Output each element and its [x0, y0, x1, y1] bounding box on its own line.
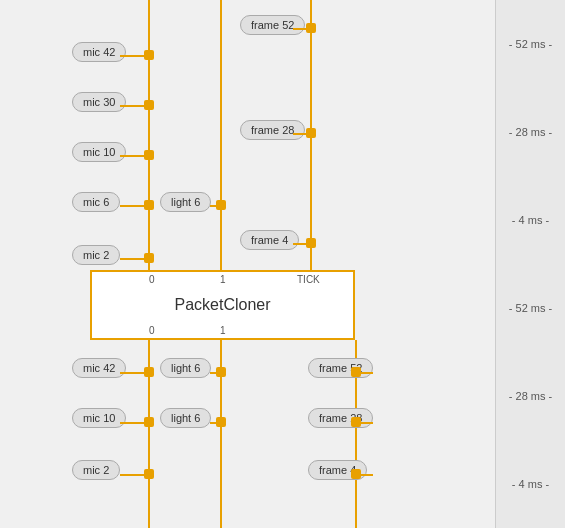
vline-tick [310, 0, 312, 295]
port-label-tick-in: TICK [297, 274, 320, 285]
dot-mic42-ch0 [144, 50, 154, 60]
timeline-label-4ms-top: - 4 ms - [512, 214, 549, 226]
timeline-label-28ms-top: - 28 ms - [509, 126, 552, 138]
node-mic10-in: mic 10 [72, 142, 126, 162]
dot-light6-out1 [216, 367, 226, 377]
node-light6-out1: light 6 [160, 358, 211, 378]
node-frame52-out: frame 52 [308, 358, 373, 378]
dot-mic6-ch0 [144, 200, 154, 210]
vline-ch0 [148, 0, 150, 295]
dot-mic30-ch0 [144, 100, 154, 110]
dot-light6-out2 [216, 417, 226, 427]
dot-frame52-tick [306, 23, 316, 33]
dot-light6-ch1 [216, 200, 226, 210]
node-frame4-in: frame 4 [240, 230, 299, 250]
timeline-label-28ms-bot: - 28 ms - [509, 390, 552, 402]
node-mic42-in: mic 42 [72, 42, 126, 62]
port-label-0-out: 0 [149, 325, 155, 336]
dot-frame52-out [351, 367, 361, 377]
node-light6-out2: light 6 [160, 408, 211, 428]
node-mic2-in: mic 2 [72, 245, 120, 265]
main-container: - 52 ms - - 28 ms - - 4 ms - - 52 ms - -… [0, 0, 565, 528]
timeline-label-52ms-bot: - 52 ms - [509, 302, 552, 314]
port-label-0-in: 0 [149, 274, 155, 285]
timeline-label-52ms-top: - 52 ms - [509, 38, 552, 50]
port-label-1-out: 1 [220, 325, 226, 336]
node-mic6-in: mic 6 [72, 192, 120, 212]
node-mic30-in: mic 30 [72, 92, 126, 112]
node-frame52-in: frame 52 [240, 15, 305, 35]
dot-mic10-out [144, 417, 154, 427]
vline-ch1 [220, 0, 222, 295]
dot-mic2-out [144, 469, 154, 479]
packet-cloner-title: PacketCloner [174, 296, 270, 314]
dot-mic10-ch0 [144, 150, 154, 160]
node-frame28-in: frame 28 [240, 120, 305, 140]
packet-cloner-box: 0 1 TICK PacketCloner 0 1 [90, 270, 355, 340]
dot-frame4-tick [306, 238, 316, 248]
dot-mic2-ch0 [144, 253, 154, 263]
dot-frame28-out [351, 417, 361, 427]
node-mic10-out: mic 10 [72, 408, 126, 428]
dot-frame28-tick [306, 128, 316, 138]
node-mic42-out: mic 42 [72, 358, 126, 378]
dot-mic42-out [144, 367, 154, 377]
timeline-label-4ms-bot: - 4 ms - [512, 478, 549, 490]
timeline-ruler: - 52 ms - - 28 ms - - 4 ms - - 52 ms - -… [495, 0, 565, 528]
port-label-1-in: 1 [220, 274, 226, 285]
node-light6-in: light 6 [160, 192, 211, 212]
dot-frame4-out [351, 469, 361, 479]
node-mic2-out: mic 2 [72, 460, 120, 480]
node-frame28-out: frame 28 [308, 408, 373, 428]
